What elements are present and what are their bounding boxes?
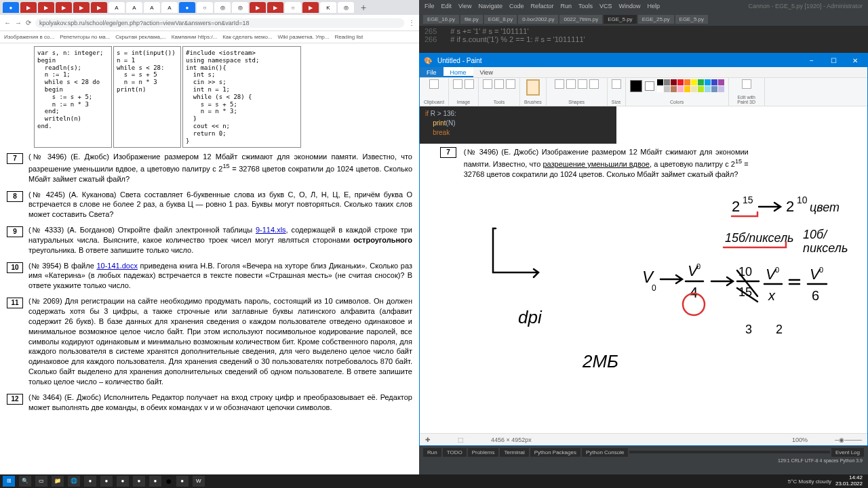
menu-item[interactable]: View [458,3,471,9]
ribbon-tab-file[interactable]: File [420,67,443,77]
browser-tab[interactable]: ◎ [338,2,354,13]
color-swatch[interactable] [671,79,677,85]
browser-tab[interactable]: ▶ [91,2,107,13]
menu-item[interactable]: VCS [599,3,612,9]
select-icon[interactable] [453,79,462,89]
shape-icon[interactable] [589,79,599,89]
page-body[interactable]: var s, n: integer; begin readln(s); n :=… [0,43,419,474]
editor-tab[interactable]: EGE_5.py [675,15,708,24]
reload-button[interactable]: ⟳ [26,19,31,26]
color1[interactable] [630,80,642,92]
browser-tab[interactable]: K [320,2,336,13]
problems-tab[interactable]: Problems [468,448,499,457]
color-swatch[interactable] [657,86,663,92]
todo-tab[interactable]: TODO [443,448,467,457]
crop-icon[interactable] [465,79,474,89]
maximize-button[interactable]: ☐ [825,57,842,64]
color-swatch[interactable] [698,79,704,85]
browser-tab[interactable]: ◎ [232,2,248,13]
browser-tab[interactable]: A [161,2,178,13]
color-swatch[interactable] [664,86,670,92]
size-icon[interactable] [612,79,621,89]
color-swatch[interactable] [705,86,711,92]
browser-tab[interactable]: ▶ [56,2,72,13]
browser-tab[interactable]: ○ [197,2,213,13]
zoom-slider[interactable]: ─◉──── [835,436,862,443]
app-icon[interactable]: ● [149,476,161,487]
color-swatch[interactable] [677,79,684,85]
paint-canvas[interactable]: if R > 136: print(N) break 7 (№ 3496) (Е… [420,106,867,433]
brush-icon[interactable] [526,79,540,96]
browser-tab[interactable]: ▶ [250,2,266,13]
menu-item[interactable]: Edit [441,3,452,9]
menu-item[interactable]: Refactor [530,3,553,9]
editor-tab[interactable]: EGE_8.py [484,15,517,24]
console-tab[interactable]: Python Console [582,448,628,457]
paste-icon[interactable] [429,79,439,89]
browser-tab[interactable]: A [144,2,160,13]
new-tab-button[interactable]: + [355,2,372,13]
fill-icon[interactable] [494,79,504,89]
start-button[interactable]: ⊞ [3,476,15,487]
app-icon[interactable]: ● [176,476,189,487]
app-icon[interactable]: ● [133,476,145,487]
file-link[interactable]: 10-141.docx [96,262,138,270]
shape-icon[interactable] [555,79,564,89]
browser-tab[interactable]: ▶ [73,2,90,13]
app-icon[interactable]: ● [84,476,96,487]
browser-tab[interactable]: A [126,2,142,13]
color-swatch[interactable] [691,79,697,85]
color-swatch[interactable] [718,86,724,92]
app-icon[interactable]: W [193,476,205,487]
editor-tab[interactable]: file.py [460,15,483,24]
bookmark[interactable]: Изображения в со... [4,34,54,40]
minimize-button[interactable]: − [804,57,820,64]
menu-item[interactable]: Help [648,3,660,9]
browser-tab[interactable]: ● [179,2,195,13]
color-swatch[interactable] [684,86,690,92]
event-log[interactable]: Event Log [831,448,864,457]
bookmark[interactable]: Wiki разметка. Упр... [278,34,330,40]
search-icon[interactable]: 🔍 [19,476,31,487]
task-view-icon[interactable]: ▭ [35,476,47,487]
browser-tab[interactable]: ▶ [267,2,283,13]
browser-tab[interactable]: A [108,2,125,13]
bookmark[interactable]: Репетиторы по ма... [60,34,110,40]
editor-tab[interactable]: EGE_16.py [423,15,459,24]
text-icon[interactable] [506,79,515,89]
color-swatch[interactable] [705,79,711,85]
ribbon-tab-home[interactable]: Home [443,67,473,77]
editor-tab[interactable]: 0-bor2002.py [518,15,558,24]
menu-item[interactable]: Run [560,3,572,9]
shape-icon[interactable] [566,79,576,89]
color-swatch[interactable] [711,86,717,92]
color-swatch[interactable] [677,86,684,92]
editor-tab[interactable]: 0022_7trim.py [559,15,602,24]
editor-body[interactable]: 265# s += '1' # s = '101111' 266# if s.c… [419,26,868,45]
weather[interactable]: 5°C Mostly cloudy [788,479,831,485]
app-icon[interactable]: ● [117,476,129,487]
shape-icon[interactable] [578,79,587,89]
color-swatch[interactable] [718,79,724,85]
paint3d-icon[interactable] [742,79,751,89]
browser-tab[interactable]: ▶ [38,2,54,13]
color2[interactable] [645,81,654,91]
bookmark[interactable]: Скрытая реклама,... [115,34,166,40]
browser-tab[interactable]: ○ [285,2,301,13]
back-button[interactable]: ← [4,19,11,26]
app-icon[interactable]: ● [100,476,113,487]
extensions-icon[interactable]: ⋮ [408,19,415,26]
menu-item[interactable]: Window [619,3,641,9]
browser-tab[interactable]: ◎ [214,2,231,13]
pencil-icon[interactable] [483,79,492,89]
bookmark[interactable]: Как сделать мемо... [222,34,272,40]
menu-item[interactable]: Tools [578,3,593,9]
menu-item[interactable]: Navigate [478,3,502,9]
clock[interactable]: 14:42 23.01.2022 [835,475,865,487]
explorer-icon[interactable]: 📁 [52,476,64,487]
packages-tab[interactable]: Python Packages [530,448,580,457]
editor-tab[interactable]: EGE_5.py [604,15,636,24]
menu-item[interactable]: File [425,3,435,9]
ribbon-tab-view[interactable]: View [473,67,500,77]
forward-button[interactable]: → [15,19,22,26]
